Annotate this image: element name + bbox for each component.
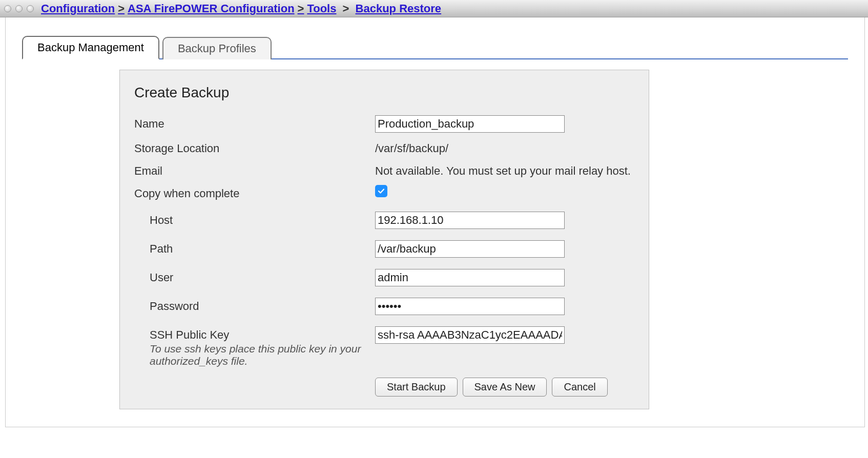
name-input[interactable] [375,115,565,133]
label-password: Password [134,298,375,313]
breadcrumb-configuration[interactable]: Configuration>ASA FirePOWER Configuratio… [41,2,336,15]
check-icon [378,188,385,195]
user-input[interactable] [375,269,565,286]
label-user: User [134,269,375,284]
window-minimize-icon[interactable] [15,5,23,12]
value-email: Not available. You must set up your mail… [375,162,634,178]
label-host: Host [134,212,375,227]
tab-backup-management[interactable]: Backup Management [22,36,159,59]
copy-when-complete-checkbox[interactable] [375,185,387,197]
label-path: Path [134,240,375,256]
window-titlebar: Configuration>ASA FirePOWER Configuratio… [0,0,868,17]
button-row: Start Backup Save As New Cancel [375,378,634,397]
hint-ssh-public-key: To use ssh keys place this public key in… [150,343,375,367]
window-controls [4,5,34,12]
tab-backup-profiles[interactable]: Backup Profiles [162,37,272,59]
save-as-new-button[interactable]: Save As New [463,378,547,397]
value-storage-location: /var/sf/backup/ [375,140,634,155]
label-ssh-public-key: SSH Public Key To use ssh keys place thi… [134,326,375,367]
breadcrumb: Configuration>ASA FirePOWER Configuratio… [41,2,441,15]
create-backup-panel: Create Backup Name Storage Location /var… [119,70,649,409]
label-name: Name [134,115,375,131]
panel-title: Create Backup [134,85,634,101]
label-storage-location: Storage Location [134,140,375,155]
path-input[interactable] [375,240,565,258]
breadcrumb-sep: > [298,2,304,15]
host-input[interactable] [375,212,565,229]
tab-bar: Backup Management Backup Profiles [22,35,848,59]
breadcrumb-sep: > [343,2,349,15]
page-body: Backup Management Backup Profiles Create… [5,17,865,427]
label-email: Email [134,162,375,178]
breadcrumb-sep: > [118,2,125,15]
label-copy-when-complete: Copy when complete [134,185,375,200]
password-input[interactable] [375,298,565,315]
cancel-button[interactable]: Cancel [552,378,607,397]
window-close-icon[interactable] [4,5,11,12]
ssh-public-key-input[interactable] [375,326,565,344]
window-zoom-icon[interactable] [27,5,34,12]
breadcrumb-backup-restore[interactable]: Backup Restore [356,2,442,15]
start-backup-button[interactable]: Start Backup [375,378,458,397]
